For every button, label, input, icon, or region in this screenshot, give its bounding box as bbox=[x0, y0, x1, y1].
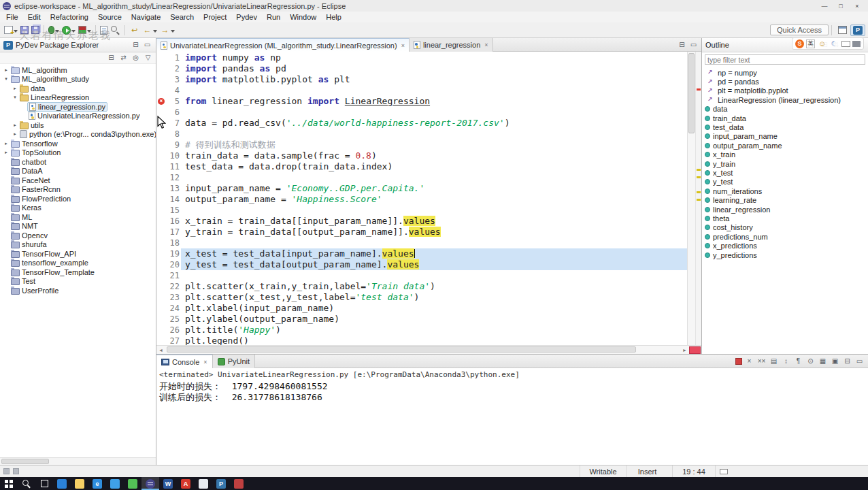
explorer-horizontal-scrollbar[interactable] bbox=[0, 457, 156, 465]
tree-item-tensorflow-template[interactable]: TensorFlow_Template bbox=[0, 267, 156, 277]
collapse-arrow-icon[interactable]: ▾ bbox=[3, 76, 10, 82]
code-line[interactable]: 1import numpy as np bbox=[156, 52, 687, 63]
tree-item-keras[interactable]: Keras bbox=[0, 203, 156, 213]
code-line-text[interactable]: data = pd.read_csv('../data/world-happin… bbox=[181, 118, 687, 129]
open-console-icon[interactable]: ▣ bbox=[830, 356, 840, 366]
code-line[interactable]: ×5from linear_regression import LinearRe… bbox=[156, 96, 687, 107]
tree-item-opencv[interactable]: Opencv bbox=[0, 231, 156, 240]
code-line-text[interactable]: import pandas as pd bbox=[181, 63, 687, 74]
menu-file[interactable]: File bbox=[1, 12, 23, 22]
collapse-arrow-icon[interactable]: ▾ bbox=[12, 95, 18, 100]
tree-item-data[interactable]: ▸data bbox=[0, 84, 156, 93]
tree-item-dataa[interactable]: DataA bbox=[0, 167, 156, 176]
outline-item-cost-history[interactable]: cost_history bbox=[705, 223, 868, 232]
quick-access-button[interactable]: Quick Access bbox=[770, 24, 829, 35]
code-line[interactable]: 3import matplotlib.pyplot as plt bbox=[156, 74, 687, 85]
code-line-text[interactable]: output_param_name = 'Happiness.Score' bbox=[181, 194, 687, 205]
minimize-view-icon[interactable]: ⊟ bbox=[842, 356, 852, 366]
expand-arrow-icon[interactable]: ▸ bbox=[12, 122, 18, 128]
terminate-icon[interactable] bbox=[735, 358, 742, 365]
qq-icon[interactable] bbox=[53, 477, 71, 490]
tree-item-topsolution[interactable]: ▸TopSolution bbox=[0, 148, 156, 158]
app-red-icon[interactable] bbox=[230, 477, 248, 490]
link-with-editor-icon[interactable]: ⇄ bbox=[118, 53, 129, 63]
pycharm-icon[interactable]: P bbox=[212, 477, 230, 490]
editor-tab-univariatelinearregression-ml-algorithm-st[interactable]: UnivariateLinearRegression (ML_algorithm… bbox=[156, 38, 410, 52]
save-button[interactable] bbox=[19, 25, 30, 35]
editor-vertical-scrollbar[interactable] bbox=[687, 52, 695, 345]
pydev-perspective-button[interactable]: P bbox=[850, 24, 865, 36]
editor-tab-linear-regression[interactable]: linear_regression× bbox=[410, 38, 493, 52]
code-line-text[interactable] bbox=[181, 270, 687, 281]
new-wizard-button[interactable] bbox=[3, 25, 19, 35]
status-left-icon-1[interactable] bbox=[3, 468, 10, 474]
word-wrap-icon[interactable]: ¶ bbox=[793, 356, 803, 366]
scroll-left-icon[interactable]: ◄ bbox=[156, 348, 165, 353]
code-line-text[interactable]: plt.xlabel(input_param_name) bbox=[181, 303, 687, 314]
code-line-text[interactable] bbox=[181, 107, 687, 118]
minimize-window-button[interactable]: — bbox=[816, 1, 833, 12]
tree-item-linearregression[interactable]: ▾LinearRegression bbox=[0, 93, 156, 103]
start-button[interactable] bbox=[0, 477, 18, 490]
menu-project[interactable]: Project bbox=[199, 12, 231, 22]
outline-item-test-data[interactable]: test_data bbox=[705, 122, 868, 131]
tree-item-utils[interactable]: ▸utils bbox=[0, 120, 156, 130]
code-line[interactable]: 12 bbox=[156, 172, 687, 183]
tree-item-tensorflow-api[interactable]: TensorFlow_API bbox=[0, 249, 156, 259]
tree-item-facenet[interactable]: FaceNet bbox=[0, 176, 156, 185]
tree-item-nmt[interactable]: NMT bbox=[0, 222, 156, 231]
close-icon[interactable]: × bbox=[401, 42, 405, 49]
outline-item-input-param-name[interactable]: input_param_name bbox=[705, 132, 868, 141]
code-line-text[interactable]: plt.title('Happy') bbox=[181, 325, 687, 336]
code-line-text[interactable] bbox=[181, 129, 687, 140]
code-line[interactable]: 14output_param_name = 'Happiness.Score' bbox=[156, 194, 687, 205]
close-icon[interactable]: × bbox=[203, 359, 207, 365]
outline-filter-input[interactable] bbox=[705, 54, 865, 65]
outline-item-y-train[interactable]: y_train bbox=[705, 159, 868, 168]
coverage-button[interactable] bbox=[77, 25, 93, 35]
menu-window[interactable]: Window bbox=[285, 12, 321, 22]
remove-launch-icon[interactable]: × bbox=[744, 356, 754, 366]
tree-item-linear-regression-py[interactable]: linear_regression.py bbox=[0, 102, 156, 112]
minimize-view-icon[interactable]: ⊟ bbox=[131, 40, 141, 50]
code-line-text[interactable]: plt.legend() bbox=[181, 336, 687, 345]
toolbox-icon[interactable] bbox=[852, 41, 861, 47]
maximize-window-button[interactable]: □ bbox=[833, 1, 849, 12]
outline-item-np-numpy[interactable]: ↗np = numpy bbox=[705, 68, 868, 77]
outline-item-x-train[interactable]: x_train bbox=[705, 150, 868, 159]
code-line-text[interactable]: import numpy as np bbox=[181, 52, 687, 63]
night-mode-icon[interactable]: ☾ bbox=[829, 39, 839, 49]
code-editor[interactable]: 1import numpy as np2import pandas as pd3… bbox=[156, 52, 687, 345]
remove-all-launches-icon[interactable]: ×× bbox=[756, 356, 767, 366]
code-line[interactable]: 26plt.title('Happy') bbox=[156, 325, 687, 336]
outline-item-data[interactable]: data bbox=[705, 105, 868, 114]
open-perspective-button[interactable] bbox=[836, 25, 849, 35]
code-line[interactable]: 4 bbox=[156, 85, 687, 96]
code-line-text[interactable]: y_test = test_data[output_param_name].va… bbox=[181, 259, 687, 270]
outline-item-learning-rate[interactable]: learning_rate bbox=[705, 195, 868, 204]
back-button[interactable]: ← bbox=[141, 24, 158, 36]
menu-pydev[interactable]: Pydev bbox=[231, 12, 262, 22]
menu-edit[interactable]: Edit bbox=[23, 12, 46, 22]
scroll-lock-icon[interactable]: ↕ bbox=[781, 356, 791, 366]
outline-item-theta[interactable]: theta bbox=[705, 214, 868, 223]
code-line[interactable]: 27plt.legend() bbox=[156, 336, 687, 345]
menu-run[interactable]: Run bbox=[262, 12, 285, 22]
code-line[interactable]: 19x_test = test_data[input_param_name].v… bbox=[156, 248, 687, 259]
tree-item-flowprediction[interactable]: FlowPrediction bbox=[0, 194, 156, 203]
run-button[interactable] bbox=[61, 25, 77, 35]
code-line[interactable]: 8 bbox=[156, 129, 687, 140]
code-line-text[interactable]: x_test = test_data[input_param_name].val… bbox=[181, 248, 687, 259]
status-left-icon-2[interactable] bbox=[13, 468, 19, 474]
input-mode-icon[interactable] bbox=[720, 469, 728, 474]
new-module-button[interactable] bbox=[99, 25, 109, 35]
code-line-text[interactable]: plt.scatter(x_train,y_train,label='Train… bbox=[181, 281, 687, 292]
scroll-right-icon[interactable]: ► bbox=[680, 348, 689, 353]
language-mode-icon[interactable]: 英 bbox=[806, 39, 815, 48]
outline-item-train-data[interactable]: train_data bbox=[705, 114, 868, 122]
tree-item-test[interactable]: Test bbox=[0, 277, 156, 287]
notepad-icon[interactable] bbox=[195, 477, 212, 490]
display-selected-console-icon[interactable]: ▦ bbox=[818, 356, 828, 366]
tree-item-ml-algorithm-study[interactable]: ▾ML_algorithm_study bbox=[0, 75, 156, 84]
code-line[interactable]: 13input_param_name = 'Economy..GDP.per.C… bbox=[156, 183, 687, 194]
